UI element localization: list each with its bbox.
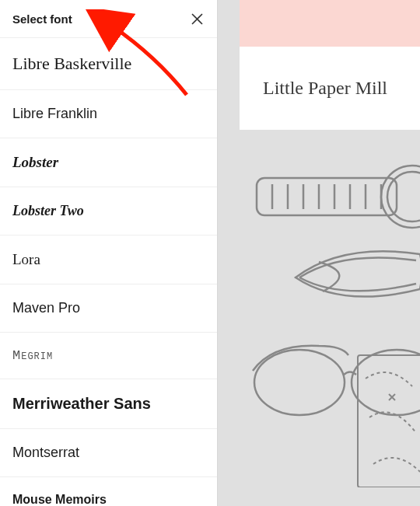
font-item-libre-franklin[interactable]: Libre Franklin	[0, 90, 217, 138]
preview-card: Little Paper Mill	[240, 0, 420, 130]
svg-point-11	[254, 350, 345, 415]
preview-pane: Little Paper Mill	[218, 0, 420, 506]
font-item-lora[interactable]: Lora	[0, 236, 217, 284]
font-item-mouse-memoirs[interactable]: Mouse Memoirs	[0, 477, 217, 506]
svg-point-12	[352, 350, 420, 415]
font-item-merriweather-sans[interactable]: Merriweather Sans	[0, 379, 217, 429]
font-item-megrim[interactable]: Megrim	[0, 333, 217, 379]
font-list: Libre Baskerville Libre Franklin Lobster…	[0, 37, 217, 506]
panel-header: Select font	[0, 0, 217, 37]
font-select-panel: Select font Libre Baskerville Libre Fran…	[0, 0, 218, 506]
font-item-maven-pro[interactable]: Maven Pro	[0, 284, 217, 333]
font-item-montserrat[interactable]: Montserrat	[0, 429, 217, 477]
svg-rect-13	[358, 355, 420, 487]
preview-title: Little Paper Mill	[263, 78, 387, 98]
preview-illustration	[240, 130, 420, 506]
close-icon[interactable]	[189, 11, 205, 26]
font-item-lobster-two[interactable]: Lobster Two	[0, 187, 217, 236]
font-item-libre-baskerville[interactable]: Libre Baskerville	[0, 38, 217, 90]
preview-banner	[240, 0, 420, 47]
panel-title: Select font	[12, 12, 72, 26]
font-item-lobster[interactable]: Lobster	[0, 138, 217, 187]
preview-title-wrap: Little Paper Mill	[240, 47, 420, 130]
svg-rect-0	[257, 178, 397, 215]
